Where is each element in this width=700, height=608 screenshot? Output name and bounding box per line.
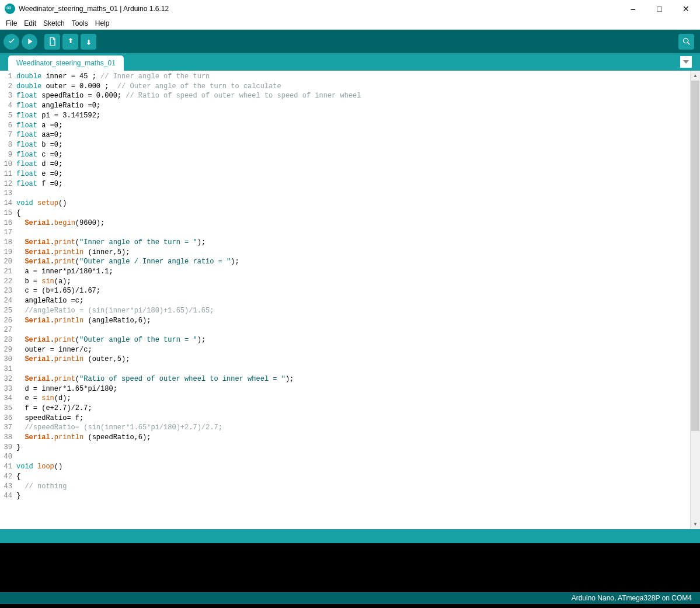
- board-info: Arduino Nano, ATmega328P on COM4: [572, 594, 692, 602]
- menu-edit[interactable]: Edit: [20, 18, 40, 29]
- close-button[interactable]: ✕: [673, 1, 699, 17]
- footer-status: Arduino Nano, ATmega328P on COM4: [0, 592, 700, 604]
- menu-help[interactable]: Help: [92, 18, 113, 29]
- new-button[interactable]: [44, 34, 60, 50]
- scroll-up-icon[interactable]: ▲: [691, 71, 700, 81]
- menubar: File Edit Sketch Tools Help: [0, 18, 700, 30]
- verify-button[interactable]: [4, 34, 19, 50]
- serial-monitor-button[interactable]: [678, 34, 694, 50]
- code-area[interactable]: double inner = 45 ; // Inner angle of th…: [15, 71, 700, 529]
- arduino-icon: [5, 4, 15, 14]
- tab-menu-button[interactable]: [680, 56, 692, 68]
- taskbar-sliver: [0, 604, 700, 608]
- window-title: Weedinator_steering_maths_01 | Arduino 1…: [19, 5, 620, 13]
- save-button[interactable]: [81, 34, 96, 50]
- window-controls: – □ ✕: [620, 1, 699, 17]
- upload-button[interactable]: [22, 34, 37, 50]
- maximize-button[interactable]: □: [646, 1, 673, 17]
- menu-file[interactable]: File: [2, 18, 20, 29]
- status-strip: [0, 529, 700, 543]
- sketch-tab[interactable]: Weedinator_steering_maths_01: [8, 55, 124, 71]
- toolbar: [0, 30, 700, 53]
- scroll-down-icon[interactable]: ▼: [691, 519, 700, 529]
- tabbar: Weedinator_steering_maths_01: [0, 53, 700, 71]
- menu-sketch[interactable]: Sketch: [40, 18, 68, 29]
- editor: 1 2 3 4 5 6 7 8 9 10 11 12 13 14 15 16 1…: [0, 71, 700, 529]
- menu-tools[interactable]: Tools: [68, 18, 92, 29]
- line-gutter: 1 2 3 4 5 6 7 8 9 10 11 12 13 14 15 16 1…: [0, 71, 15, 529]
- minimize-button[interactable]: –: [620, 1, 646, 17]
- titlebar: Weedinator_steering_maths_01 | Arduino 1…: [0, 0, 700, 18]
- console-output[interactable]: [0, 543, 700, 592]
- svg-point-0: [683, 39, 688, 43]
- open-button[interactable]: [62, 34, 78, 50]
- vertical-scrollbar[interactable]: ▲ ▼: [690, 71, 700, 529]
- scroll-thumb[interactable]: [691, 81, 699, 431]
